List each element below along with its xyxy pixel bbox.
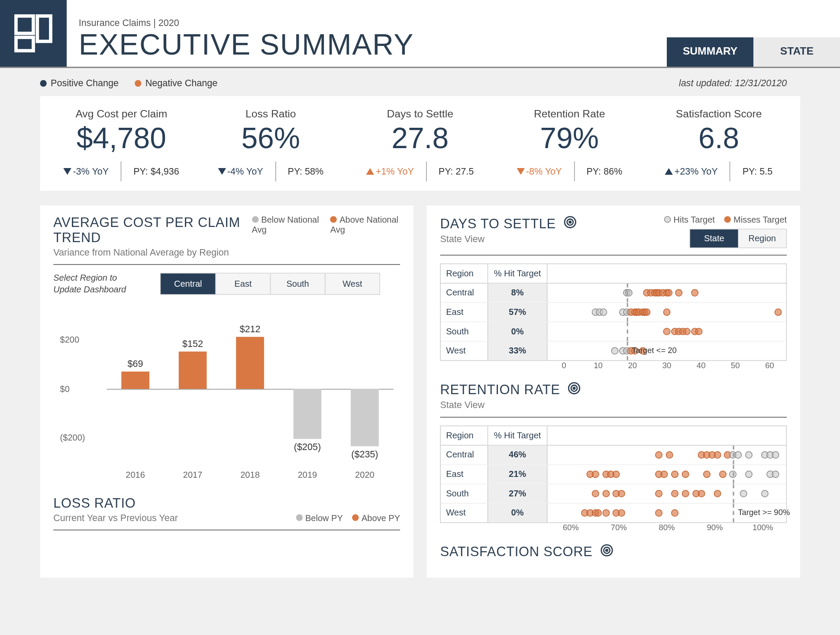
kpi-yoy: -3% YoY <box>64 166 109 177</box>
row-pct: 21% <box>488 465 548 483</box>
bar-label: $152 <box>169 338 216 349</box>
svg-rect-0 <box>16 16 33 33</box>
target-line <box>627 284 628 302</box>
kpi-py: PY: 58% <box>288 166 324 177</box>
data-point <box>703 470 710 478</box>
region-hint: Select Region to Update Dashboard <box>53 273 147 295</box>
kpi-label: Avg Cost per Claim <box>75 108 167 120</box>
target-label: Target <= 20 <box>632 346 677 355</box>
table-row: East21% <box>441 464 786 484</box>
data-point <box>602 490 610 497</box>
row-region: South <box>441 322 488 341</box>
bar <box>179 352 207 389</box>
legend-hits-target: Hits Target <box>674 215 715 225</box>
bar-label: ($205) <box>284 441 331 452</box>
kpi-py: PY: 86% <box>586 166 622 177</box>
row-region: South <box>441 484 488 503</box>
target-line <box>627 303 628 321</box>
axis-tick: 20 <box>615 361 649 370</box>
row-region: East <box>441 465 488 483</box>
cost-trend-title: AVERAGE COST PER CLAIM TREND <box>53 215 252 246</box>
data-point <box>775 308 782 316</box>
data-point <box>698 490 705 497</box>
data-point <box>671 490 678 497</box>
axis-tick: 60 <box>753 361 787 370</box>
col-header: % Hit Target <box>488 426 548 445</box>
legend-above-avg: Above National Avg <box>330 215 398 235</box>
data-point <box>663 308 671 316</box>
data-point <box>745 451 753 459</box>
region-button-central[interactable]: Central <box>161 274 215 295</box>
svg-rect-2 <box>16 37 33 51</box>
kpi-yoy: -4% YoY <box>218 166 263 177</box>
kpi-card: Retention Rate 79% -8% YoY PY: 86% <box>495 108 644 181</box>
breadcrumb: Insurance Claims | 2020 <box>79 17 667 28</box>
data-point <box>682 490 689 497</box>
data-point <box>655 490 662 497</box>
data-point <box>625 289 633 297</box>
kpi-card: Satisfaction Score 6.8 +23% YoY PY: 5.5 <box>644 108 794 181</box>
legend-negative: Negative Change <box>145 78 218 88</box>
view-state-button[interactable]: State <box>690 230 738 248</box>
row-pct: 46% <box>488 446 548 464</box>
table-row: West33%Target <= 20 <box>441 341 786 360</box>
kpi-label: Days to Settle <box>387 108 453 120</box>
row-pct: 57% <box>488 303 548 321</box>
data-point <box>602 509 610 517</box>
data-point <box>666 451 673 459</box>
target-line <box>627 322 628 341</box>
kpi-value: 79% <box>540 121 599 155</box>
table-row: South0% <box>441 321 786 341</box>
col-header: % Hit Target <box>488 264 548 283</box>
loss-ratio-title: LOSS RATIO <box>53 496 178 511</box>
region-button-south[interactable]: South <box>270 274 325 295</box>
data-point <box>655 451 662 459</box>
tab-summary[interactable]: SUMMARY <box>667 37 753 67</box>
target-line <box>627 341 628 360</box>
row-region: Central <box>441 446 488 464</box>
positive-dot-icon <box>40 80 46 87</box>
bar <box>294 389 322 439</box>
last-updated: last updated: 12/31/20120 <box>679 78 800 88</box>
table-row: South27% <box>441 484 786 503</box>
y-tick: $200 <box>60 335 80 345</box>
col-header: Region <box>441 264 488 283</box>
data-point <box>611 347 619 355</box>
data-point <box>714 490 721 497</box>
data-point <box>735 451 742 459</box>
cost-trend-subtitle: Variance from National Average by Region <box>53 247 252 258</box>
retention-table: Region% Hit TargetCentral46%East21%South… <box>440 426 787 523</box>
tab-state[interactable]: STATE <box>753 37 840 67</box>
region-button-east[interactable]: East <box>215 274 270 295</box>
data-point <box>683 328 690 335</box>
retention-axis: 60%70%80%90%100% <box>440 523 787 532</box>
axis-tick: 30 <box>649 361 684 370</box>
data-point <box>671 509 678 517</box>
legend-below-py: Below PY <box>305 513 343 523</box>
panel-cost-trend: AVERAGE COST PER CLAIM TREND Variance fr… <box>40 205 413 577</box>
data-point <box>643 308 651 316</box>
retention-subtitle: State View <box>440 399 787 410</box>
svg-rect-1 <box>37 16 51 42</box>
data-point <box>600 308 607 316</box>
table-row: East57% <box>441 302 786 322</box>
y-tick: $0 <box>60 384 70 394</box>
data-point <box>663 328 671 335</box>
dot-icon <box>724 216 730 223</box>
region-button-west[interactable]: West <box>325 274 379 295</box>
cost-trend-chart: $200$0($200)$692016$1522017$2122018($205… <box>53 315 400 482</box>
row-region: Central <box>441 284 488 302</box>
data-point <box>665 289 672 297</box>
data-point <box>691 289 698 297</box>
data-point <box>660 470 668 478</box>
retention-title: RETENTION RATE <box>440 382 560 397</box>
view-region-button[interactable]: Region <box>738 230 786 248</box>
data-point <box>772 470 779 478</box>
row-pct: 8% <box>488 284 548 302</box>
axis-tick: 0 <box>547 361 581 370</box>
data-point <box>671 470 678 478</box>
x-tick: 2018 <box>240 470 260 479</box>
target-line <box>733 446 734 464</box>
kpi-value: 27.8 <box>391 121 449 155</box>
kpi-value: $4,780 <box>77 121 166 155</box>
